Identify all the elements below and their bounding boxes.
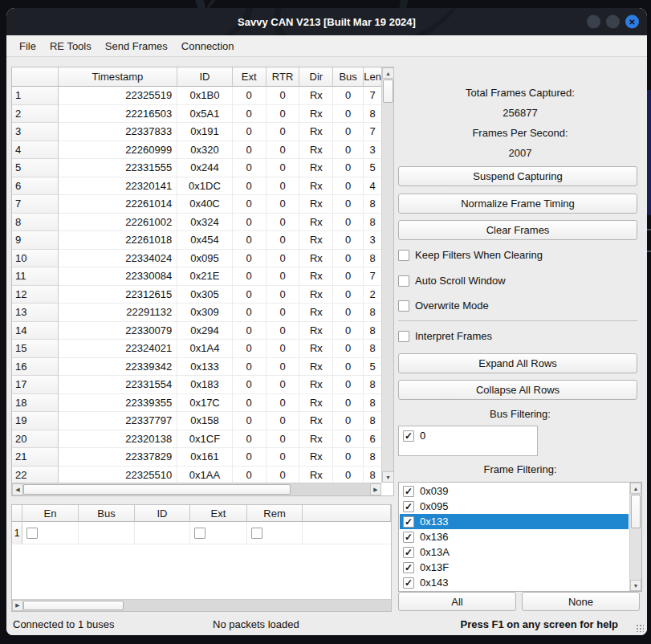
frame-filter-item[interactable]: 0x039 xyxy=(400,483,629,499)
cell-rtr: 0 xyxy=(267,195,300,214)
en-checkbox[interactable] xyxy=(26,528,38,539)
column-header-id[interactable]: ID xyxy=(135,505,190,522)
expand-all-rows-button[interactable]: Expand All Rows xyxy=(398,353,637,373)
frame-row[interactable]: 18 22339355 0x17C 0 0 Rx 0 8 xyxy=(12,394,381,413)
interpret-frames-checkbox-row[interactable]: Interpret Frames xyxy=(398,330,492,342)
column-header-bus[interactable]: Bus xyxy=(79,505,135,522)
keep-filters-checkbox[interactable] xyxy=(398,250,409,261)
titlebar[interactable]: Savvy CAN V213 [Built Mar 19 2024] ✕ xyxy=(6,8,647,35)
column-header-rtr[interactable]: RTR xyxy=(267,67,300,87)
horizontal-scroll-thumb[interactable] xyxy=(23,601,124,610)
frame-row[interactable]: 4 22260999 0x320 0 0 Rx 0 3 xyxy=(12,141,381,160)
scroll-down-icon[interactable]: ▼ xyxy=(630,580,641,591)
column-header-bus[interactable]: Bus xyxy=(333,67,364,87)
interpret-frames-checkbox[interactable] xyxy=(398,331,409,342)
frame-row[interactable]: 14 22330079 0x294 0 0 Rx 0 8 xyxy=(12,322,381,340)
suspend-capturing-button[interactable]: Suspend Capturing xyxy=(398,166,637,186)
frame-row[interactable]: 20 22320138 0x1CF 0 0 Rx 0 6 xyxy=(12,430,381,449)
bus-filter-list[interactable]: 0 xyxy=(398,426,538,456)
frame-filter-item[interactable]: 0x133 xyxy=(400,514,629,529)
column-header-ext[interactable]: Ext xyxy=(190,505,247,522)
frame-row[interactable]: 6 22320141 0x1DC 0 0 Rx 0 4 xyxy=(12,177,381,196)
column-header-rem[interactable]: Rem xyxy=(247,505,303,522)
column-header-en[interactable]: En xyxy=(22,505,79,522)
vertical-scroll-thumb[interactable] xyxy=(383,79,393,103)
bus-filter-checkbox[interactable] xyxy=(403,430,414,442)
frame-row[interactable]: 17 22331554 0x183 0 0 Rx 0 8 xyxy=(12,376,381,394)
resize-grip[interactable] xyxy=(636,624,644,632)
horizontal-scroll-thumb[interactable] xyxy=(23,484,291,495)
auto-scroll-checkbox[interactable] xyxy=(398,275,409,287)
frames-horizontal-scrollbar[interactable]: ◀ ▶ xyxy=(12,483,381,495)
frame-filter-scrollbar[interactable]: ▲ ▼ xyxy=(629,483,641,591)
frame-row[interactable]: 22 22325510 0x1AA 0 0 Rx 0 8 xyxy=(12,467,381,483)
filters-horizontal-scrollbar[interactable]: ◀ ▶ xyxy=(12,599,391,611)
scroll-left-icon[interactable]: ◀ xyxy=(12,483,23,495)
filter-all-button[interactable]: All xyxy=(398,592,516,611)
frame-row[interactable]: 16 22339342 0x133 0 0 Rx 0 5 xyxy=(12,358,381,377)
frame-filter-item[interactable]: 0x13A xyxy=(400,544,629,560)
overwrite-mode-checkbox-row[interactable]: Overwrite Mode xyxy=(398,300,489,312)
frame-row[interactable]: 12 22312615 0x305 0 0 Rx 0 2 xyxy=(12,286,381,304)
frame-row[interactable]: 21 22337829 0x161 0 0 Rx 0 8 xyxy=(12,448,381,467)
frame-row[interactable]: 1 22325519 0x1B0 0 0 Rx 0 7 xyxy=(12,87,381,105)
maximize-button[interactable] xyxy=(606,15,620,29)
frame-row[interactable]: 8 22261002 0x324 0 0 Rx 0 8 xyxy=(12,214,381,232)
keep-filters-checkbox-row[interactable]: Keep Filters When Clearing xyxy=(398,249,543,261)
frame-row[interactable]: 15 22324021 0x1A4 0 0 Rx 0 8 xyxy=(12,340,381,358)
corner-header-cell[interactable] xyxy=(12,67,59,87)
frame-row[interactable]: 19 22337797 0x158 0 0 Rx 0 8 xyxy=(12,412,381,430)
frame-filter-checkbox[interactable] xyxy=(403,562,414,573)
scroll-up-icon[interactable]: ▲ xyxy=(630,483,641,494)
filter-edit-row[interactable]: 1 xyxy=(12,522,391,544)
corner-header-cell[interactable] xyxy=(12,505,22,522)
frame-row[interactable]: 13 22291132 0x309 0 0 Rx 0 8 xyxy=(12,304,381,322)
menu-file[interactable]: File xyxy=(19,40,36,52)
vertical-scroll-thumb[interactable] xyxy=(631,495,641,528)
cell-bus[interactable] xyxy=(79,522,135,544)
frame-row[interactable]: 2 22216503 0x5A1 0 0 Rx 0 8 xyxy=(12,105,381,124)
frame-filter-item[interactable]: 0x13F xyxy=(400,560,629,575)
filter-none-button[interactable]: None xyxy=(522,592,640,611)
column-header-ext[interactable]: Ext xyxy=(233,67,267,87)
frame-filter-checkbox[interactable] xyxy=(403,547,414,558)
bus-filter-item[interactable]: 0 xyxy=(403,430,533,442)
frame-filter-item[interactable]: 0x143 xyxy=(400,575,629,590)
menu-send-frames[interactable]: Send Frames xyxy=(105,40,168,52)
frame-row[interactable]: 7 22261014 0x40C 0 0 Rx 0 8 xyxy=(12,195,381,214)
overwrite-mode-checkbox[interactable] xyxy=(398,300,409,312)
frame-row[interactable]: 3 22337833 0x191 0 0 Rx 0 7 xyxy=(12,123,381,141)
frame-filter-checkbox[interactable] xyxy=(403,501,414,512)
collapse-all-rows-button[interactable]: Collapse All Rows xyxy=(398,380,637,400)
rem-checkbox[interactable] xyxy=(251,528,262,539)
frame-row[interactable]: 11 22330084 0x21E 0 0 Rx 0 7 xyxy=(12,267,381,286)
frame-filter-item[interactable]: 0x136 xyxy=(400,529,629,544)
scroll-up-icon[interactable]: ▲ xyxy=(382,67,394,79)
column-header-len[interactable]: Len xyxy=(364,67,381,87)
menu-connection[interactable]: Connection xyxy=(181,40,234,52)
close-button[interactable]: ✕ xyxy=(625,15,639,29)
frames-vertical-scrollbar[interactable]: ▲ ▼ xyxy=(381,67,393,483)
clear-frames-button[interactable]: Clear Frames xyxy=(398,220,637,240)
column-header-dir[interactable]: Dir xyxy=(299,67,333,87)
column-header-timestamp[interactable]: Timestamp xyxy=(59,67,177,87)
column-header-blank[interactable] xyxy=(303,505,391,522)
frame-filter-checkbox[interactable] xyxy=(403,532,414,543)
normalize-frame-timing-button[interactable]: Normalize Frame Timing xyxy=(398,194,637,214)
frame-row[interactable]: 10 22334024 0x095 0 0 Rx 0 8 xyxy=(12,250,381,268)
frame-row[interactable]: 5 22331555 0x244 0 0 Rx 0 5 xyxy=(12,159,381,177)
menu-re-tools[interactable]: RE Tools xyxy=(50,40,92,52)
frame-row[interactable]: 9 22261018 0x454 0 0 Rx 0 3 xyxy=(12,231,381,250)
frame-filter-checkbox[interactable] xyxy=(403,516,414,528)
auto-scroll-checkbox-row[interactable]: Auto Scroll Window xyxy=(398,275,506,287)
frame-filter-checkbox[interactable] xyxy=(403,486,414,497)
column-header-id[interactable]: ID xyxy=(177,67,233,87)
ext-checkbox[interactable] xyxy=(194,528,205,539)
frame-filter-item[interactable]: 0x095 xyxy=(400,499,629,514)
cell-id[interactable] xyxy=(135,522,190,544)
scroll-right-icon[interactable]: ▶ xyxy=(12,600,23,611)
scroll-right-icon[interactable]: ▶ xyxy=(370,483,381,495)
minimize-button[interactable] xyxy=(587,15,600,29)
frame-filter-checkbox[interactable] xyxy=(403,577,414,589)
scroll-down-icon[interactable]: ▼ xyxy=(382,471,394,483)
